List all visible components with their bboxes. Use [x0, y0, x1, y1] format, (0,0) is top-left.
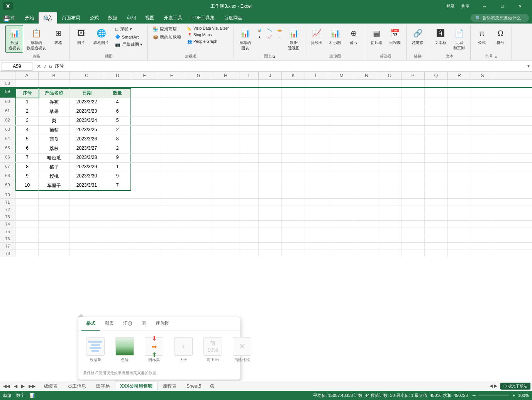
cell-o76[interactable] — [378, 235, 402, 242]
cell-r75[interactable] — [448, 228, 471, 235]
jiguang-logo[interactable]: ⬡ 极光下载站 — [500, 383, 530, 390]
cell-m78[interactable] — [328, 250, 355, 257]
cell-f67[interactable] — [158, 163, 185, 172]
cell-p69[interactable] — [402, 181, 425, 191]
confirm-formula-icon[interactable]: ✓ — [42, 62, 48, 70]
cell-m72[interactable] — [328, 206, 355, 213]
cell-k58[interactable] — [282, 80, 305, 87]
cell-a63[interactable]: 4 — [15, 126, 39, 135]
cell-f75[interactable] — [158, 228, 185, 235]
cell-s71[interactable] — [471, 199, 494, 206]
search-box[interactable]: 🔍 告诉我您想要做什么... — [471, 14, 529, 22]
col-sparkline-button[interactable]: 📊 柱形图 — [326, 25, 344, 47]
row-num-63[interactable]: 63 — [0, 126, 15, 135]
cell-b76[interactable] — [39, 235, 69, 242]
undo-qa-button[interactable]: ↩ — [12, 14, 21, 23]
col-chart-btn[interactable]: 📉 — [265, 27, 274, 33]
cell-f73[interactable] — [158, 213, 185, 220]
cell-r68[interactable] — [448, 172, 471, 181]
cell-m77[interactable] — [328, 243, 355, 250]
cell-s77[interactable] — [471, 243, 494, 250]
cell-l69[interactable] — [305, 181, 328, 191]
cell-b74[interactable] — [39, 221, 69, 228]
cell-i75[interactable] — [239, 228, 259, 235]
cell-q67[interactable] — [425, 163, 448, 172]
cell-o68[interactable] — [378, 172, 402, 181]
col-header-n[interactable]: N — [355, 72, 378, 79]
tab-baidu[interactable]: 百度网盘 — [219, 12, 247, 24]
header-footer-button[interactable]: 📄 页眉和页脚 — [450, 25, 468, 53]
cell-m63[interactable] — [328, 126, 355, 135]
cell-a70[interactable] — [15, 191, 39, 198]
cell-r58[interactable] — [448, 80, 471, 87]
qa-tab-format[interactable]: 格式 — [81, 317, 100, 331]
cell-a59[interactable]: 序号 — [15, 88, 39, 98]
cell-i65[interactable] — [239, 144, 259, 153]
cell-b68[interactable]: 樱桃 — [39, 172, 69, 181]
cell-c67[interactable]: 2023/3/29 — [69, 163, 104, 172]
slicer-button[interactable]: ▤ 切片器 — [368, 25, 385, 47]
cell-d60[interactable]: 4 — [104, 98, 131, 107]
row-num-73[interactable]: 73 — [0, 213, 15, 220]
row-num-60[interactable]: 60 — [0, 98, 15, 107]
cell-b78[interactable] — [39, 250, 69, 257]
cell-r71[interactable] — [448, 199, 471, 206]
cell-f62[interactable] — [158, 116, 185, 125]
cell-n71[interactable] — [355, 199, 378, 206]
cell-p58[interactable] — [402, 80, 425, 87]
sheet-nav-prev[interactable]: ◀ — [12, 383, 19, 390]
cell-r63[interactable] — [448, 126, 471, 135]
cell-n60[interactable] — [355, 98, 378, 107]
cell-h72[interactable] — [212, 206, 239, 213]
cell-c78[interactable] — [69, 250, 104, 257]
cell-p62[interactable] — [402, 116, 425, 125]
row-num-74[interactable]: 74 — [0, 221, 15, 228]
cell-p65[interactable] — [402, 144, 425, 153]
cell-k77[interactable] — [282, 243, 305, 250]
cell-n66[interactable] — [355, 154, 378, 162]
cell-e73[interactable] — [131, 213, 158, 220]
qa-tab-table[interactable]: 表 — [137, 317, 151, 331]
cell-r60[interactable] — [448, 98, 471, 107]
cell-o74[interactable] — [378, 221, 402, 228]
cell-l67[interactable] — [305, 163, 328, 172]
winloss-sparkline-button[interactable]: ⊕ 盈亏 — [345, 25, 363, 47]
row-num-67[interactable]: 67 — [0, 163, 15, 172]
cell-f69[interactable] — [158, 181, 185, 191]
cell-h78[interactable] — [212, 250, 239, 257]
row-num-77[interactable]: 77 — [0, 243, 15, 250]
cell-g62[interactable] — [185, 116, 212, 125]
scroll-left-button[interactable]: ◀ — [490, 383, 493, 388]
cell-m68[interactable] — [328, 172, 355, 181]
cell-g74[interactable] — [185, 221, 212, 228]
cell-l62[interactable] — [305, 116, 328, 125]
cell-q60[interactable] — [425, 98, 448, 107]
cell-p75[interactable] — [402, 228, 425, 235]
cell-e74[interactable] — [131, 221, 158, 228]
cell-s65[interactable] — [471, 144, 494, 153]
cell-j75[interactable] — [259, 228, 282, 235]
cell-k74[interactable] — [282, 221, 305, 228]
cell-g68[interactable] — [185, 172, 212, 181]
cell-c76[interactable] — [69, 235, 104, 242]
cell-n63[interactable] — [355, 126, 378, 135]
cell-s70[interactable] — [471, 191, 494, 198]
cell-d72[interactable] — [104, 206, 131, 213]
cell-b63[interactable]: 葡萄 — [39, 126, 69, 135]
col-header-c[interactable]: C — [69, 72, 104, 79]
cell-e77[interactable] — [131, 243, 158, 250]
tab-pdf[interactable]: PDF工具集 — [187, 12, 219, 24]
cell-l63[interactable] — [305, 126, 328, 135]
cell-p68[interactable] — [402, 172, 425, 181]
cell-r69[interactable] — [448, 181, 471, 191]
cell-p60[interactable] — [402, 98, 425, 107]
cell-a78[interactable] — [15, 250, 39, 257]
print-preview-qa-button[interactable]: 🖨 — [32, 14, 41, 23]
cell-n62[interactable] — [355, 116, 378, 125]
cell-g60[interactable] — [185, 98, 212, 107]
cell-c63[interactable]: 2023/3/25 — [69, 126, 104, 135]
cell-d75[interactable] — [104, 228, 131, 235]
cell-o70[interactable] — [378, 191, 402, 198]
cell-o63[interactable] — [378, 126, 402, 135]
cell-p77[interactable] — [402, 243, 425, 250]
